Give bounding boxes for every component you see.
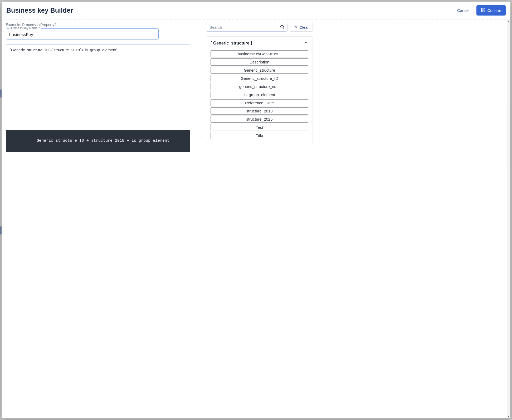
save-icon bbox=[481, 8, 486, 13]
svg-line-1 bbox=[283, 28, 284, 28]
clear-button[interactable]: Clear bbox=[290, 23, 313, 32]
expression-editor[interactable]: `Generic_structure_ID`+`structure_2018`+… bbox=[6, 44, 190, 127]
property-item[interactable]: is_group_element bbox=[211, 91, 308, 98]
property-item[interactable]: businessKeyGenStruct... bbox=[211, 50, 308, 57]
property-item[interactable]: structure_2018 bbox=[211, 107, 308, 115]
dialog-header: Business key Builder Cancel Confirm bbox=[2, 2, 510, 19]
cancel-button[interactable]: Cancel bbox=[453, 6, 474, 15]
search-icon bbox=[280, 24, 285, 30]
right-column: Clear [ Generic_structure ] businessKeyG… bbox=[206, 23, 313, 144]
expression-text: `Generic_structure_ID`+`structure_2018`+… bbox=[10, 48, 118, 52]
property-item[interactable]: Reference_Date bbox=[211, 99, 308, 106]
confirm-button[interactable]: Confirm bbox=[476, 5, 506, 16]
property-list: businessKeyGenStruct... Description Gene… bbox=[211, 50, 308, 139]
clear-button-label: Clear bbox=[299, 25, 309, 29]
search-box[interactable] bbox=[206, 23, 287, 32]
close-icon bbox=[294, 25, 298, 30]
vertical-scrollbar[interactable]: ▲ ▼ bbox=[507, 19, 510, 418]
left-column: Example: Property1+Property2 Business ke… bbox=[6, 23, 190, 152]
property-item[interactable]: Generic_structure bbox=[211, 67, 308, 74]
property-item[interactable]: Test bbox=[211, 124, 308, 131]
business-key-builder-dialog: Business key Builder Cancel Confirm Exam… bbox=[2, 2, 510, 418]
scroll-up-arrow-icon[interactable]: ▲ bbox=[507, 19, 510, 23]
dialog-body: Example: Property1+Property2 Business ke… bbox=[2, 19, 510, 418]
dialog-actions: Cancel Confirm bbox=[453, 5, 506, 16]
chevron-up-icon bbox=[304, 40, 308, 46]
structure-panel: [ Generic_structure ] businessKeyGenStru… bbox=[206, 36, 313, 144]
business-key-name-field[interactable]: Business key Name * bbox=[6, 28, 159, 39]
panel-title: [ Generic_structure ] bbox=[211, 41, 252, 46]
cancel-button-label: Cancel bbox=[457, 8, 470, 13]
search-input[interactable] bbox=[209, 25, 280, 29]
property-item[interactable]: Description bbox=[211, 58, 308, 66]
business-key-name-input[interactable] bbox=[9, 32, 155, 37]
preview-text: `Generic_structure_ID`+`structure_2018`+… bbox=[34, 139, 172, 143]
property-item[interactable]: Generic_structure_ID bbox=[211, 75, 308, 82]
expression-preview: `Generic_structure_ID`+`structure_2018`+… bbox=[6, 130, 190, 152]
property-item[interactable]: structure_2025 bbox=[211, 116, 308, 123]
dialog-body-content: Example: Property1+Property2 Business ke… bbox=[2, 19, 507, 418]
business-key-name-label: Business key Name * bbox=[9, 26, 41, 30]
property-item[interactable]: Title bbox=[211, 132, 308, 139]
dialog-title: Business key Builder bbox=[6, 7, 73, 14]
confirm-button-label: Confirm bbox=[487, 8, 501, 13]
scroll-down-arrow-icon[interactable]: ▼ bbox=[507, 415, 510, 418]
panel-header[interactable]: [ Generic_structure ] bbox=[211, 40, 308, 46]
property-item[interactable]: generic_structure_nu... bbox=[211, 83, 308, 90]
search-row: Clear bbox=[206, 23, 313, 32]
